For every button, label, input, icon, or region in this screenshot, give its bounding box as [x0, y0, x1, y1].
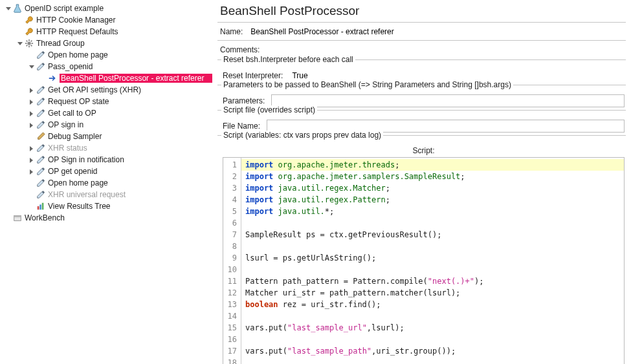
disclosure-triangle-icon	[27, 51, 35, 59]
name-field-row: Name:	[217, 22, 626, 40]
tree-node[interactable]: OpenID script example	[1, 3, 212, 14]
comments-input[interactable]	[265, 43, 626, 56]
svg-rect-3	[42, 203, 44, 210]
disclosure-triangle-icon	[16, 28, 23, 36]
panel-title: BeanShell PostProcessor	[217, 3, 626, 22]
tree-node[interactable]: Thread Group	[1, 37, 212, 49]
tree-node[interactable]: HTTP Request Defaults	[1, 26, 212, 37]
tree-node[interactable]: XHR universal request	[1, 189, 212, 200]
tree-node-label: Get call to OP	[48, 109, 212, 118]
tree-node-label: Request OP state	[48, 97, 212, 106]
wrench-icon	[24, 15, 34, 25]
pipette-icon	[36, 189, 46, 200]
tree-node-label: Open home page	[48, 50, 212, 59]
svg-rect-1	[38, 206, 39, 209]
params-input[interactable]	[271, 94, 625, 107]
tree-node[interactable]: WorkBench	[1, 212, 212, 224]
tree-node[interactable]: Debug Sampler	[1, 131, 212, 142]
tree-node[interactable]: OP get openid	[1, 166, 212, 177]
tree-node-label: Debug Sampler	[48, 132, 212, 141]
script-group: Script (variables: ctx vars props prev d…	[217, 135, 626, 364]
code-body[interactable]: import org.apache.jmeter.threads;import …	[241, 158, 624, 364]
disclosure-triangle-icon[interactable]	[27, 63, 35, 70]
name-label: Name:	[220, 27, 243, 36]
script-group-legend: Script (variables: ctx vars props prev d…	[221, 131, 383, 140]
script-editor[interactable]: 123456789101112131415161718 import org.a…	[223, 157, 625, 364]
tree-node[interactable]: View Results Tree	[1, 200, 212, 212]
tree-node[interactable]: OP Sign in notification	[1, 154, 212, 166]
disclosure-triangle-icon[interactable]	[4, 5, 12, 12]
tree-node-label: Pass_openid	[48, 62, 212, 71]
tree-node[interactable]: Get OR API settings (XHR)	[1, 84, 212, 96]
file-label: File Name:	[223, 122, 260, 131]
line-gutter: 123456789101112131415161718	[223, 158, 241, 364]
tree-node-label: View Results Tree	[48, 202, 212, 211]
disclosure-triangle-icon	[39, 74, 47, 82]
params-group-legend: Parameters to be passed to BeanShell (=>…	[221, 80, 513, 89]
pipette-icon	[36, 108, 46, 118]
pipette-icon	[36, 143, 46, 153]
file-group-legend: Script file (overrides script)	[221, 105, 317, 114]
tree-node[interactable]: OP sign in	[1, 119, 212, 131]
pipette-icon	[36, 96, 46, 107]
disclosure-triangle-icon	[27, 133, 35, 140]
disclosure-triangle-icon[interactable]	[27, 109, 35, 117]
reset-group-legend: Reset bsh.Interpreter before each call	[221, 55, 355, 64]
gear-icon	[24, 38, 34, 48]
disclosure-triangle-icon[interactable]	[27, 144, 35, 152]
tree-node-label: WorkBench	[25, 213, 212, 222]
tree-node[interactable]: Open home page	[1, 177, 212, 189]
tree-node[interactable]: Request OP state	[1, 96, 212, 107]
disclosure-triangle-icon[interactable]	[27, 156, 35, 164]
pipette-icon	[36, 120, 46, 130]
tree-node-label: HTTP Request Defaults	[36, 27, 212, 36]
box-icon	[12, 213, 23, 223]
tree-node-label: Get OR API settings (XHR)	[48, 85, 212, 94]
tree-node-label: HTTP Cookie Manager	[36, 16, 212, 25]
pipette-icon	[36, 50, 46, 60]
disclosure-triangle-icon[interactable]	[27, 86, 35, 94]
wrench-icon	[24, 27, 34, 37]
comments-label: Comments:	[220, 45, 260, 54]
tree-node-label: Open home page	[48, 178, 212, 187]
tree-node-label: Thread Group	[36, 39, 212, 48]
disclosure-triangle-icon[interactable]	[27, 121, 35, 129]
test-plan-tree[interactable]: OpenID script exampleHTTP Cookie Manager…	[0, 0, 212, 364]
pipette-icon	[36, 166, 46, 177]
tree-node[interactable]: XHR status	[1, 142, 212, 154]
pencil-icon	[36, 131, 46, 142]
tree-node-label: XHR status	[48, 144, 212, 153]
disclosure-triangle-icon	[4, 214, 12, 222]
reset-label: Reset Interpreter:	[223, 71, 283, 80]
tree-node-label: OP get openid	[48, 167, 212, 176]
tree-node-label: BeanShell PostProcessor - extract refere…	[60, 74, 212, 83]
svg-point-0	[27, 41, 30, 45]
pipette-icon	[36, 61, 46, 72]
pipette-icon	[36, 178, 46, 188]
tree-node[interactable]: Open home page	[1, 49, 212, 61]
disclosure-triangle-icon	[27, 202, 35, 210]
disclosure-triangle-icon	[16, 16, 23, 24]
pipette-icon	[36, 155, 46, 165]
tree-node[interactable]: Pass_openid	[1, 61, 212, 72]
tree-node-label: OP sign in	[48, 120, 212, 129]
pipette-icon	[36, 85, 46, 95]
disclosure-triangle-icon[interactable]	[16, 39, 23, 47]
params-label: Parameters:	[223, 96, 265, 105]
script-head-label: Script:	[223, 145, 625, 157]
svg-rect-2	[39, 204, 41, 209]
arrow-icon	[47, 73, 58, 83]
svg-rect-5	[14, 216, 21, 218]
tree-node-label: OpenID script example	[25, 4, 212, 13]
tree-node-label: XHR universal request	[48, 190, 212, 199]
editor-panel: BeanShell PostProcessor Name: Comments: …	[212, 0, 631, 364]
tree-node[interactable]: BeanShell PostProcessor - extract refere…	[1, 72, 212, 84]
flask-icon	[12, 3, 23, 14]
disclosure-triangle-icon	[27, 179, 35, 187]
tree-node[interactable]: Get call to OP	[1, 107, 212, 119]
disclosure-triangle-icon[interactable]	[27, 167, 35, 175]
name-input[interactable]	[248, 25, 626, 38]
disclosure-triangle-icon	[27, 191, 35, 198]
disclosure-triangle-icon[interactable]	[27, 98, 35, 105]
tree-node[interactable]: HTTP Cookie Manager	[1, 14, 212, 26]
